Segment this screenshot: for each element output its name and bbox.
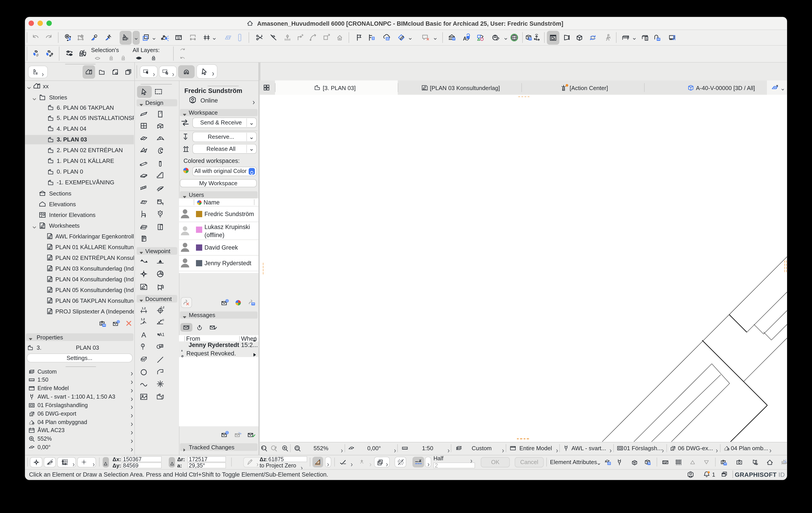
svg-text:1.2: 1.2: [141, 317, 145, 321]
svg-text:α: α: [162, 318, 164, 321]
svg-text:1.2: 1.2: [142, 306, 146, 310]
svg-text:§: §: [646, 37, 647, 40]
svg-text:1.2: 1.2: [161, 306, 164, 309]
svg-text:12: 12: [177, 37, 180, 39]
svg-text:A: A: [141, 331, 146, 339]
svg-text:A: A: [463, 36, 467, 42]
svg-text:A1: A1: [159, 332, 164, 337]
svg-text:XY: XY: [123, 38, 126, 40]
svg-text:1: 1: [142, 344, 144, 347]
